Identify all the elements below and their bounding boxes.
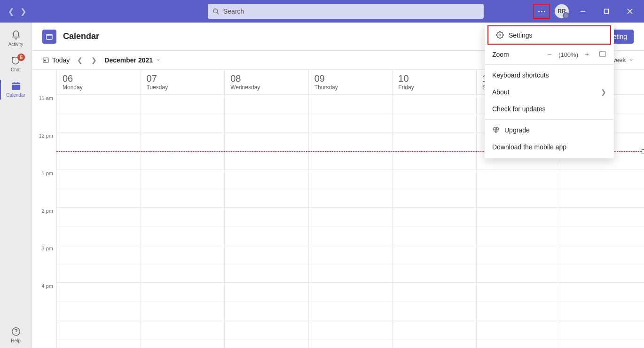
time-slot[interactable] <box>392 320 476 348</box>
time-slot[interactable] <box>224 208 308 245</box>
time-slot[interactable] <box>224 245 308 283</box>
page-title: Calendar <box>63 31 99 41</box>
svg-rect-18 <box>599 51 605 56</box>
time-slot[interactable] <box>308 320 393 348</box>
search-input[interactable] <box>223 8 479 15</box>
month-label[interactable]: December 2021 <box>104 56 161 64</box>
time-slot[interactable] <box>56 245 141 283</box>
time-slot[interactable] <box>224 170 308 208</box>
svg-rect-16 <box>44 60 46 62</box>
time-slot[interactable] <box>560 208 644 245</box>
svg-rect-3 <box>605 9 609 14</box>
rail-item-chat[interactable]: 5 Chat <box>0 52 31 77</box>
diamond-icon <box>492 126 500 134</box>
history-nav: ❮ ❯ <box>0 7 34 16</box>
menu-label: Upgrade <box>504 126 530 134</box>
time-label: 4 pm <box>32 283 56 321</box>
rail-item-activity[interactable]: Activity <box>0 26 31 52</box>
rail-item-help[interactable]: Help <box>0 323 31 348</box>
menu-item-about[interactable]: About ❯ <box>485 84 614 101</box>
time-slot[interactable] <box>392 245 476 283</box>
time-slot[interactable] <box>141 283 225 320</box>
time-slot[interactable] <box>392 95 476 132</box>
time-label: 3 pm <box>32 246 56 283</box>
time-slot[interactable] <box>56 208 141 245</box>
time-slot[interactable] <box>56 283 141 320</box>
menu-item-check-updates[interactable]: Check for updates <box>485 101 614 117</box>
day-header[interactable]: 08Wednesday <box>224 70 308 94</box>
time-slot[interactable] <box>308 208 393 245</box>
rail-item-calendar[interactable]: Calendar <box>0 77 31 102</box>
time-label: 1 pm <box>32 170 56 208</box>
svg-point-0 <box>213 8 218 13</box>
time-slot[interactable] <box>224 283 308 320</box>
maximize-button[interactable] <box>597 4 616 19</box>
day-header[interactable]: 06Monday <box>56 70 141 94</box>
time-slot[interactable] <box>308 95 393 132</box>
time-slot[interactable] <box>560 283 644 320</box>
zoom-in-button[interactable]: + <box>582 50 592 59</box>
time-slot[interactable] <box>141 320 225 348</box>
time-slot[interactable] <box>392 283 476 320</box>
time-slot[interactable] <box>141 170 225 208</box>
time-slot[interactable] <box>476 245 560 283</box>
menu-item-settings[interactable]: Settings <box>487 25 611 45</box>
time-slot[interactable] <box>308 283 393 320</box>
svg-point-11 <box>16 333 16 334</box>
time-slot[interactable] <box>56 320 141 348</box>
menu-label: Settings <box>509 31 533 39</box>
search-icon <box>212 8 220 15</box>
menu-item-upgrade[interactable]: Upgrade <box>485 122 614 139</box>
time-slot[interactable] <box>308 170 393 208</box>
bell-icon <box>11 30 21 40</box>
time-slot[interactable] <box>224 320 308 348</box>
menu-item-shortcuts[interactable]: Keyboard shortcuts <box>485 67 614 84</box>
chat-badge: 5 <box>17 54 25 61</box>
prev-period-button[interactable]: ❮ <box>77 56 83 64</box>
menu-zoom-row: Zoom − (100%) + <box>485 46 614 62</box>
time-slot[interactable] <box>141 208 225 245</box>
zoom-label: Zoom <box>492 51 541 58</box>
forward-button[interactable]: ❯ <box>19 7 27 16</box>
calendar-icon <box>11 81 21 91</box>
gear-icon <box>496 31 504 39</box>
time-slot[interactable] <box>560 245 644 283</box>
time-slot[interactable] <box>141 245 225 283</box>
day-name: Thursday <box>314 84 387 91</box>
back-button[interactable]: ❮ <box>7 7 15 16</box>
day-name: Friday <box>398 84 471 91</box>
today-button[interactable]: Today <box>42 56 70 64</box>
fullscreen-icon[interactable] <box>599 51 606 59</box>
time-slot[interactable] <box>224 95 308 132</box>
time-slot[interactable] <box>476 170 560 208</box>
minimize-button[interactable] <box>573 4 592 19</box>
day-name: Tuesday <box>147 84 219 91</box>
next-period-button[interactable]: ❯ <box>91 56 97 64</box>
day-number: 06 <box>63 73 135 84</box>
more-options-button[interactable] <box>533 4 550 19</box>
time-slot[interactable] <box>560 170 644 208</box>
time-slot[interactable] <box>392 170 476 208</box>
time-slot[interactable] <box>141 95 225 132</box>
time-slot[interactable] <box>560 320 644 348</box>
time-slot[interactable] <box>308 245 393 283</box>
svg-line-1 <box>217 12 219 14</box>
day-header[interactable]: 10Friday <box>392 70 476 94</box>
day-header[interactable]: 09Thursday <box>308 70 393 94</box>
search-box[interactable] <box>208 4 484 19</box>
zoom-out-button[interactable]: − <box>544 50 555 59</box>
time-slot[interactable] <box>476 320 560 348</box>
close-button[interactable] <box>620 4 639 19</box>
side-rail: Activity 5 Chat Calendar Help <box>0 23 32 348</box>
time-slot[interactable] <box>392 208 476 245</box>
time-slot[interactable] <box>476 283 560 320</box>
time-slot[interactable] <box>56 170 141 208</box>
time-slot[interactable] <box>56 95 141 132</box>
day-header[interactable]: 07Tuesday <box>141 70 225 94</box>
avatar[interactable]: RR <box>555 4 569 18</box>
menu-item-download-app[interactable]: Download the mobile app <box>485 139 614 155</box>
rail-label: Chat <box>0 67 31 72</box>
time-slot[interactable] <box>476 208 560 245</box>
zoom-value: (100%) <box>558 51 578 58</box>
help-icon <box>11 326 21 337</box>
